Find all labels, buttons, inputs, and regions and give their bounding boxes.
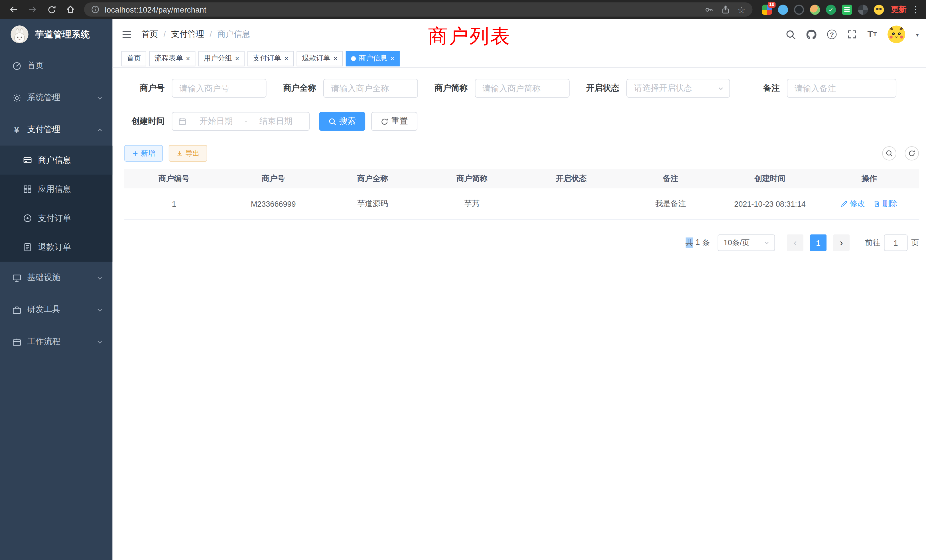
payment-submenu: 商户信息 应用信息 支付订单 bbox=[0, 146, 113, 262]
full-name-input[interactable] bbox=[323, 79, 418, 97]
extension-icon[interactable] bbox=[778, 5, 788, 15]
refresh-button[interactable] bbox=[905, 146, 919, 160]
app-logo[interactable]: 芋道管理系统 bbox=[0, 19, 113, 50]
close-icon[interactable]: × bbox=[333, 55, 337, 62]
app-title: 芋道管理系统 bbox=[35, 29, 90, 40]
sidebar-item-pay-order[interactable]: 支付订单 bbox=[0, 204, 113, 233]
prev-page-button[interactable]: ‹ bbox=[787, 235, 803, 251]
sidebar-item-merchant-info[interactable]: 商户信息 bbox=[0, 146, 113, 175]
close-icon[interactable]: × bbox=[235, 55, 239, 62]
browser-update-button[interactable]: 更新 bbox=[891, 4, 906, 15]
breadcrumb-item-current: 商户信息 bbox=[217, 29, 250, 39]
tabs-bar: 首页 流程表单 × 用户分组 × 支付订单 × 退款订单 × bbox=[113, 50, 926, 67]
url-text[interactable]: localhost:1024/pay/merchant bbox=[105, 5, 705, 14]
site-info-icon[interactable] bbox=[91, 5, 100, 14]
dashboard-icon bbox=[12, 61, 21, 70]
close-icon[interactable]: × bbox=[186, 55, 190, 62]
delete-link[interactable]: 删除 bbox=[873, 198, 897, 209]
calendar-icon bbox=[178, 117, 186, 126]
chevron-down-icon bbox=[97, 94, 103, 101]
user-avatar[interactable] bbox=[888, 26, 905, 43]
date-range-picker[interactable]: 开始日期 - 结束日期 bbox=[172, 112, 310, 130]
sidebar-item-app-info[interactable]: 应用信息 bbox=[0, 175, 113, 204]
github-icon[interactable] bbox=[806, 29, 817, 39]
select-placeholder: 请选择开启状态 bbox=[634, 83, 692, 94]
browser-home-icon[interactable] bbox=[63, 2, 78, 17]
breadcrumb-separator: / bbox=[210, 30, 212, 39]
extension-icon[interactable] bbox=[874, 5, 884, 15]
column-header: 操作 bbox=[820, 173, 919, 184]
credit-card-icon bbox=[23, 155, 32, 165]
next-page-button[interactable]: › bbox=[833, 235, 850, 251]
tab-home[interactable]: 首页 bbox=[121, 51, 146, 66]
sidebar-item-infra[interactable]: 基础设施 bbox=[0, 262, 113, 294]
tab-user-group[interactable]: 用户分组 × bbox=[198, 51, 245, 66]
sidebar-item-refund-order[interactable]: 退款订单 bbox=[0, 233, 113, 262]
address-bar[interactable]: localhost:1024/pay/merchant ☆ bbox=[84, 2, 753, 17]
column-header: 备注 bbox=[621, 173, 720, 184]
extension-icon[interactable] bbox=[858, 5, 868, 15]
tab-merchant-info[interactable]: 商户信息 × bbox=[346, 51, 400, 66]
breadcrumb: 首页 / 支付管理 / 商户信息 bbox=[141, 29, 250, 39]
status-label: 开启状态 bbox=[579, 83, 619, 94]
table-row: 1 M233666999 芋道源码 芋艿 我是备注 2021-10-23 08:… bbox=[124, 188, 919, 219]
column-header: 商户编号 bbox=[124, 173, 224, 184]
cell-merchant-no: M233666999 bbox=[224, 199, 323, 208]
font-size-icon[interactable]: TT bbox=[867, 30, 877, 39]
remark-input[interactable] bbox=[787, 79, 896, 97]
cell-remark: 我是备注 bbox=[621, 198, 720, 209]
browser-back-icon[interactable] bbox=[6, 2, 21, 17]
extension-icon[interactable]: 10 bbox=[762, 5, 772, 15]
browser-menu-icon[interactable]: ⋮ bbox=[911, 4, 920, 15]
cell-full-name: 芋道源码 bbox=[323, 198, 422, 209]
add-button[interactable]: 新增 bbox=[124, 145, 163, 162]
sidebar-item-system[interactable]: 系统管理 bbox=[0, 82, 113, 114]
help-icon[interactable]: ? bbox=[827, 30, 837, 39]
caret-down-icon[interactable]: ▾ bbox=[916, 31, 919, 38]
sidebar-item-label: 工作流程 bbox=[27, 336, 97, 347]
sidebar: 芋道管理系统 首页 系统管理 bbox=[0, 19, 113, 560]
export-button[interactable]: 导出 bbox=[169, 145, 207, 162]
breadcrumb-item[interactable]: 支付管理 bbox=[171, 29, 204, 39]
merchant-no-input[interactable] bbox=[172, 79, 266, 97]
add-button-label: 新增 bbox=[141, 148, 155, 158]
short-name-input[interactable] bbox=[475, 79, 570, 97]
breadcrumb-item[interactable]: 首页 bbox=[141, 29, 158, 39]
sidebar-item-devtools[interactable]: 研发工具 bbox=[0, 294, 113, 325]
password-key-icon[interactable] bbox=[704, 5, 713, 14]
sidebar-item-workflow[interactable]: 工作流程 bbox=[0, 325, 113, 357]
fullscreen-icon[interactable] bbox=[847, 30, 857, 39]
tab-pay-order[interactable]: 支付订单 × bbox=[247, 51, 294, 66]
chevron-down-icon bbox=[97, 275, 103, 281]
extension-icon[interactable] bbox=[794, 5, 804, 15]
sidebar-item-home[interactable]: 首页 bbox=[0, 50, 113, 82]
export-button-label: 导出 bbox=[185, 148, 200, 158]
tab-process-form[interactable]: 流程表单 × bbox=[149, 51, 195, 66]
close-icon[interactable]: × bbox=[390, 55, 395, 62]
goto-page-input[interactable] bbox=[884, 235, 908, 251]
page-size-select[interactable]: 10条/页 bbox=[717, 235, 775, 251]
edit-link[interactable]: 修改 bbox=[841, 198, 865, 209]
share-icon[interactable] bbox=[721, 5, 729, 14]
sidebar-item-payment[interactable]: ¥ 支付管理 bbox=[0, 114, 113, 146]
extension-icon[interactable] bbox=[842, 5, 852, 15]
browser-reload-icon[interactable] bbox=[44, 2, 59, 17]
extension-icon[interactable]: ✓ bbox=[826, 5, 836, 15]
chevron-down-icon bbox=[97, 339, 103, 345]
search-button[interactable]: 搜索 bbox=[319, 112, 365, 130]
column-header: 创建时间 bbox=[720, 173, 819, 184]
extension-icon[interactable] bbox=[810, 5, 820, 15]
close-icon[interactable]: × bbox=[284, 55, 289, 62]
bookmark-star-icon[interactable]: ☆ bbox=[738, 5, 746, 14]
reset-button[interactable]: 重置 bbox=[371, 112, 418, 130]
status-select[interactable]: 请选择开启状态 bbox=[626, 79, 730, 97]
browser-forward-icon[interactable] bbox=[25, 2, 40, 17]
menu-fold-icon[interactable] bbox=[121, 29, 132, 39]
tab-refund-order[interactable]: 退款订单 × bbox=[297, 51, 343, 66]
search-icon[interactable] bbox=[786, 29, 796, 39]
toggle-search-button[interactable] bbox=[882, 146, 896, 160]
page-number-1[interactable]: 1 bbox=[810, 235, 826, 251]
pagination: 共 1 条 10条/页 ‹ 1 › 前往 bbox=[124, 235, 919, 251]
sidebar-item-label: 系统管理 bbox=[27, 92, 97, 103]
page-content: 商户号 商户全称 商户简称 开启状态 请选择开启状态 bbox=[113, 68, 926, 560]
